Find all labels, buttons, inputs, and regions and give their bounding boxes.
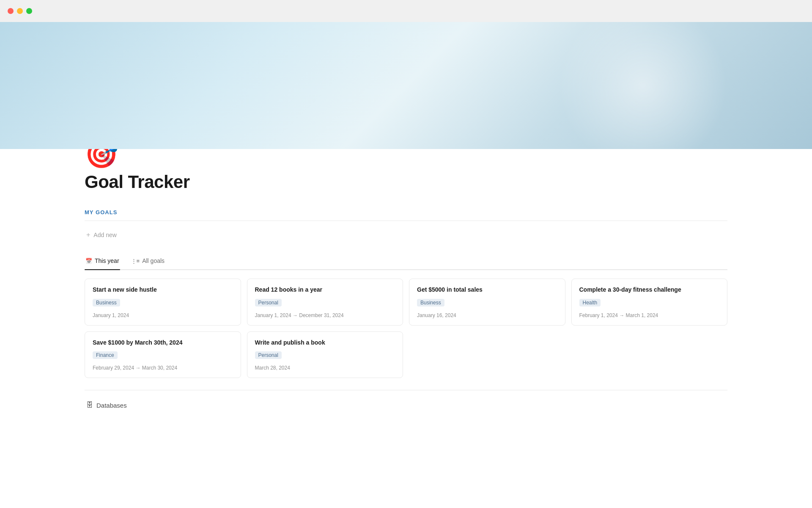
title-bar (0, 0, 812, 22)
databases-divider (85, 390, 727, 390)
databases-section[interactable]: 🗄 Databases (85, 397, 727, 413)
page-title: Goal Tracker (85, 172, 727, 192)
goal-card-1[interactable]: Read 12 books in a year Personal January… (247, 279, 403, 326)
goal-card-0[interactable]: Start a new side hustle Business January… (85, 279, 241, 326)
database-icon: 🗄 (86, 401, 93, 409)
goal-title-3: Complete a 30-day fitness challenge (579, 286, 720, 294)
goal-title-5: Write and publish a book (255, 339, 395, 347)
tabs-container: 📅 This year ⋮≡ All goals (85, 254, 727, 270)
goal-date-3: February 1, 2024 → March 1, 2024 (579, 312, 720, 318)
goals-grid-row1: Start a new side hustle Business January… (85, 279, 727, 326)
plus-icon: + (86, 231, 90, 239)
tab-all-goals[interactable]: ⋮≡ All goals (130, 254, 166, 269)
page-content: 🎯 Goal Tracker MY GOALS + Add new 📅 This… (0, 141, 812, 439)
hero-banner (0, 22, 812, 149)
goal-card-2[interactable]: Get $5000 in total sales Business Januar… (409, 279, 565, 326)
goals-grid-row2: Save $1000 by March 30th, 2024 Finance F… (85, 331, 727, 378)
goal-date-2: January 16, 2024 (417, 312, 557, 318)
goal-tag-0: Business (93, 299, 120, 306)
goal-tag-1: Personal (255, 299, 282, 306)
tab-this-year[interactable]: 📅 This year (85, 254, 120, 269)
goal-tag-4: Finance (93, 351, 118, 359)
goal-tag-3: Health (579, 299, 601, 306)
goal-card-5[interactable]: Write and publish a book Personal March … (247, 331, 403, 378)
databases-label: Databases (96, 402, 127, 409)
goal-date-4: February 29, 2024 → March 30, 2024 (93, 365, 233, 371)
calendar-icon: 📅 (85, 258, 92, 264)
goal-date-5: March 28, 2024 (255, 365, 395, 371)
section-divider (85, 221, 727, 221)
section-heading: MY GOALS (85, 209, 727, 215)
tab-all-goals-label: All goals (142, 257, 165, 264)
goal-card-empty-2 (571, 331, 728, 378)
goal-title-1: Read 12 books in a year (255, 286, 395, 294)
goal-card-empty-1 (409, 331, 565, 378)
maximize-button[interactable] (26, 8, 32, 14)
add-new-row[interactable]: + Add new (85, 228, 727, 242)
goal-title-4: Save $1000 by March 30th, 2024 (93, 339, 233, 347)
goal-tag-2: Business (417, 299, 444, 306)
goal-date-0: January 1, 2024 (93, 312, 233, 318)
goal-tag-5: Personal (255, 351, 282, 359)
goal-card-4[interactable]: Save $1000 by March 30th, 2024 Finance F… (85, 331, 241, 378)
goal-title-2: Get $5000 in total sales (417, 286, 557, 294)
tab-this-year-label: This year (95, 257, 119, 264)
list-icon: ⋮≡ (131, 258, 140, 264)
close-button[interactable] (8, 8, 14, 14)
goal-title-0: Start a new side hustle (93, 286, 233, 294)
goal-date-1: January 1, 2024 → December 31, 2024 (255, 312, 395, 318)
minimize-button[interactable] (17, 8, 23, 14)
goal-card-3[interactable]: Complete a 30-day fitness challenge Heal… (571, 279, 728, 326)
add-new-label: Add new (93, 232, 116, 238)
